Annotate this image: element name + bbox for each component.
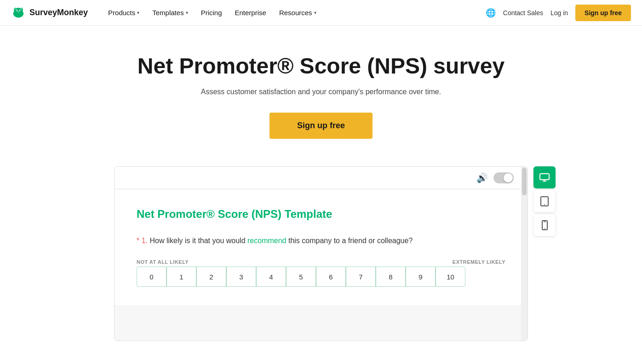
scale-btn-3[interactable]: 3 xyxy=(226,267,256,287)
scale-btn-6[interactable]: 6 xyxy=(316,267,346,287)
toggle-switch[interactable] xyxy=(493,172,514,183)
login-link[interactable]: Log in xyxy=(550,9,568,17)
hero-title: Net Promoter® Score (NPS) survey xyxy=(137,53,505,79)
svg-point-10 xyxy=(544,204,545,205)
mobile-view-button[interactable] xyxy=(533,214,556,236)
scale-btn-4[interactable]: 4 xyxy=(256,267,286,287)
nav-templates[interactable]: Templates ▾ xyxy=(147,5,193,20)
preview-container: 🔊 Net Promoter® Score (NPS) Template * 1… xyxy=(114,166,528,341)
scale-labels: NOT AT ALL LIKELY EXTREMELY LIKELY xyxy=(137,259,505,265)
device-sidebar xyxy=(533,166,556,236)
scale-btn-10[interactable]: 10 xyxy=(436,267,465,287)
survey-title: Net Promoter® Score (NPS) Template xyxy=(137,208,505,221)
scale-min-label: NOT AT ALL LIKELY xyxy=(137,259,189,265)
survey-content: Net Promoter® Score (NPS) Template * 1. … xyxy=(115,189,527,305)
mobile-icon xyxy=(542,220,548,230)
scale-btn-5[interactable]: 5 xyxy=(286,267,316,287)
svg-rect-8 xyxy=(540,174,549,180)
navbar-right: 🌐 Contact Sales Log in Sign up free xyxy=(486,5,631,21)
preview-section: 🔊 Net Promoter® Score (NPS) Template * 1… xyxy=(0,157,642,341)
toggle-thumb xyxy=(504,173,513,182)
scale-btn-8[interactable]: 8 xyxy=(376,267,406,287)
templates-chevron-icon: ▾ xyxy=(186,10,188,15)
svg-point-7 xyxy=(20,10,20,11)
preview-controls: 🔊 xyxy=(115,167,527,189)
products-chevron-icon: ▾ xyxy=(137,10,139,15)
svg-point-6 xyxy=(17,10,17,11)
desktop-icon xyxy=(539,173,550,182)
nav-enterprise[interactable]: Enterprise xyxy=(229,5,272,20)
logo-link[interactable]: SurveyMonkey xyxy=(11,6,88,20)
survey-question: * 1. How likely is it that you would rec… xyxy=(137,235,505,246)
hero-subtitle: Assess customer satisfaction and your co… xyxy=(183,88,459,96)
accessibility-icon: 🔊 xyxy=(476,172,488,183)
hero-cta-button[interactable]: Sign up free xyxy=(269,113,373,139)
globe-icon[interactable]: 🌐 xyxy=(486,8,496,18)
scale-btn-2[interactable]: 2 xyxy=(196,267,226,287)
tablet-view-button[interactable] xyxy=(533,190,556,212)
desktop-view-button[interactable] xyxy=(533,166,556,188)
nav-resources[interactable]: Resources ▾ xyxy=(274,5,322,20)
scrollbar-thumb xyxy=(522,168,527,195)
preview-frame: 🔊 Net Promoter® Score (NPS) Template * 1… xyxy=(114,166,528,341)
navbar: SurveyMonkey Products ▾ Templates ▾ Pric… xyxy=(0,0,642,26)
scale-btn-0[interactable]: 0 xyxy=(137,267,166,287)
scale-btn-1[interactable]: 1 xyxy=(166,267,196,287)
nav-products[interactable]: Products ▾ xyxy=(103,5,145,20)
contact-sales-link[interactable]: Contact Sales xyxy=(503,9,543,17)
scale-buttons: 0 1 2 3 4 5 6 7 8 9 10 xyxy=(137,267,505,287)
nav-pricing[interactable]: Pricing xyxy=(195,5,228,20)
logo-icon xyxy=(11,6,26,20)
hero-section: Net Promoter® Score (NPS) survey Assess … xyxy=(0,26,642,157)
scale-btn-9[interactable]: 9 xyxy=(406,267,436,287)
tablet-icon xyxy=(540,196,549,206)
question-text: How likely is it that you would recommen… xyxy=(149,237,413,245)
svg-point-3 xyxy=(15,7,22,13)
svg-point-12 xyxy=(544,228,545,229)
scrollbar[interactable] xyxy=(521,167,527,341)
brand-name: SurveyMonkey xyxy=(29,8,88,17)
nav-links: Products ▾ Templates ▾ Pricing Enterpris… xyxy=(103,5,486,20)
scale-btn-7[interactable]: 7 xyxy=(346,267,376,287)
resources-chevron-icon: ▾ xyxy=(314,10,316,15)
scale-max-label: EXTREMELY LIKELY xyxy=(453,259,505,265)
nav-signup-button[interactable]: Sign up free xyxy=(575,5,631,21)
required-indicator: * 1. xyxy=(137,237,148,245)
